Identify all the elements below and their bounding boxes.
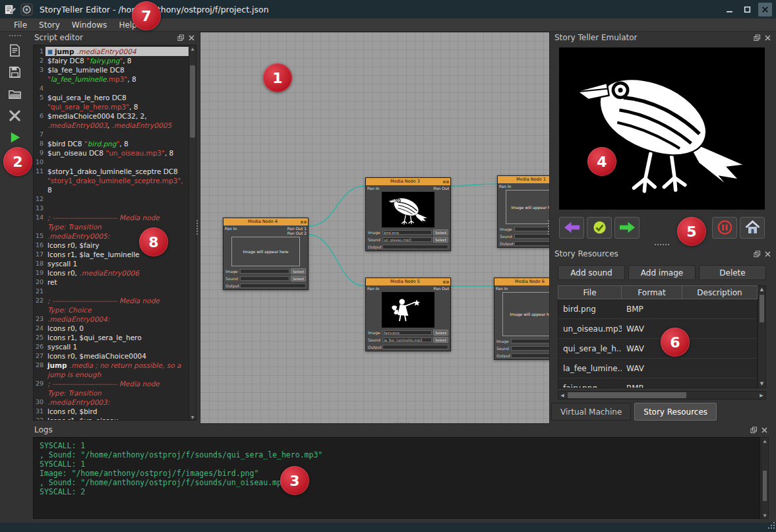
close-project-button[interactable] (6, 107, 24, 125)
add-sound-button[interactable]: Add sound (558, 265, 625, 280)
node-port-in[interactable]: Pan In (496, 286, 508, 291)
graph-node-n3[interactable]: Media Node 3Pan InPan Out Imagebird.pngS… (365, 177, 451, 251)
float-dock-icon[interactable] (754, 34, 761, 42)
graph-node-n4[interactable]: Media Node 4Pan InPan Out 1Pan Out 2Imag… (223, 218, 309, 290)
float-dock-icon[interactable] (750, 427, 758, 434)
script-line[interactable]: 29; -------------------------- Media nod… (34, 379, 189, 388)
script-line[interactable]: 21 (34, 287, 189, 296)
node-port-out[interactable]: Pan Out (433, 186, 449, 191)
graph-node-n5[interactable]: Media Node 5Pan InPan Out Imagefairy.png… (365, 278, 451, 351)
table-row[interactable]: qui_sera_le_h...WAV (558, 339, 757, 359)
add-image-button[interactable]: Add image (628, 265, 696, 280)
back-button[interactable] (559, 217, 584, 239)
node-sound-select-button[interactable]: Select (433, 337, 448, 343)
close-button[interactable] (758, 3, 772, 16)
script-line[interactable]: Type: Transition (34, 222, 189, 231)
table-row[interactable]: un_oiseau.mp3WAV (558, 319, 757, 339)
graph-node-n1[interactable]: Media Node 1Pan InPan OutImage will appe… (497, 175, 550, 248)
script-line[interactable]: 12 (34, 194, 189, 204)
open-button[interactable] (6, 85, 24, 103)
table-row[interactable]: fairy.pngBMP (558, 378, 757, 388)
logs-scrollbar[interactable]: ▲ ▼ (761, 437, 769, 519)
toolbar-drag-handle[interactable] (9, 35, 21, 36)
script-line[interactable]: "story1_drako_luminelle_sceptre.mp3", (34, 176, 189, 185)
menu-item-story[interactable]: Story (33, 20, 66, 30)
minimize-button[interactable] (723, 3, 736, 16)
table-row[interactable]: la_fee_lumine...WAV (558, 359, 757, 378)
script-line[interactable]: 14; -------------------------- Media nod… (34, 213, 189, 222)
node-sound-select-button[interactable]: Select (433, 237, 448, 243)
node-close-icon[interactable] (304, 221, 307, 223)
scroll-up-icon[interactable]: ▲ (758, 286, 765, 293)
float-dock-icon[interactable] (754, 251, 761, 258)
close-dock-icon[interactable] (764, 251, 771, 258)
node-graph-canvas[interactable]: Media Node 4Pan InPan Out 1Pan Out 2Imag… (200, 32, 550, 424)
script-editor[interactable]: 1jump .mediaEntry00042$fairy DC8 "fairy.… (33, 45, 196, 421)
script-line[interactable]: Type: Choice (34, 305, 189, 314)
scroll-thumb[interactable] (760, 295, 764, 322)
script-line[interactable]: 24lcons r0, 0 (34, 324, 189, 333)
column-header-format[interactable]: Format (622, 286, 682, 299)
delete-button[interactable]: Delete (699, 265, 766, 280)
node-titlebar[interactable]: Media Node 6 (494, 278, 550, 285)
script-line[interactable]: 9$un_oiseau DC8 "un_oiseau.mp3", 8 (34, 148, 189, 158)
script-line[interactable]: 8 (34, 185, 189, 194)
node-image-select-button[interactable]: Select (433, 229, 448, 235)
node-image-select-button[interactable]: Select (433, 330, 448, 336)
node-minimize-icon[interactable] (443, 181, 446, 183)
next-button[interactable] (614, 217, 640, 239)
menu-item-file[interactable]: File (8, 20, 33, 30)
scroll-thumb[interactable] (190, 65, 195, 138)
script-line[interactable]: 26syscall 1 (34, 342, 189, 351)
script-line[interactable]: 1jump .mediaEntry0004 (34, 47, 189, 56)
node-port-in[interactable]: Pan In (499, 184, 511, 189)
script-line[interactable]: 23.mediaEntry0004: (34, 314, 189, 324)
scroll-down-icon[interactable]: ▼ (189, 415, 196, 419)
node-port-out[interactable]: Pan Out (433, 286, 449, 291)
script-line[interactable]: 4 (34, 84, 189, 93)
script-line[interactable]: 3$la_fee_luminelle DC8 (34, 65, 189, 74)
table-row[interactable]: bird.pngBMP (558, 299, 757, 319)
script-line[interactable]: 11$story1_drako_luminelle_sceptre DC8 (34, 167, 189, 176)
splitter-handle[interactable] (395, 422, 409, 423)
column-header-file[interactable]: File (558, 286, 622, 299)
menu-item-windows[interactable]: Windows (66, 20, 113, 30)
scroll-thumb[interactable] (763, 471, 767, 501)
node-sound-select-button[interactable]: Select (291, 276, 306, 281)
home-button[interactable] (740, 217, 765, 239)
splitter-handle[interactable] (655, 244, 669, 245)
new-script-button[interactable] (6, 42, 24, 59)
column-header-description[interactable]: Description (682, 286, 757, 299)
script-line[interactable]: 19lcons r0, .mediaEntry0006 (34, 268, 189, 278)
script-line[interactable]: Type: Transition (34, 388, 189, 398)
close-dock-icon[interactable] (764, 34, 771, 42)
splitter-handle[interactable] (196, 220, 198, 235)
table-hscrollbar[interactable]: ◀ ▶ (558, 391, 766, 399)
scroll-up-icon[interactable]: ▲ (189, 46, 196, 51)
node-image-select-button[interactable]: Select (291, 268, 306, 274)
script-line[interactable]: 2$fairy DC8 "fairy.png", 8 (34, 56, 189, 65)
node-port-out[interactable]: Pan Out 1 (287, 226, 307, 231)
script-line[interactable]: 22; -------------------------- Media nod… (34, 296, 189, 305)
node-close-icon[interactable] (446, 181, 449, 183)
tab-virtual-machine[interactable]: Virtual Machine (551, 403, 631, 421)
node-minimize-icon[interactable] (443, 281, 446, 283)
table-scrollbar[interactable]: ▲ ▼ (758, 285, 766, 388)
script-line[interactable]: 31lcons r0, $bird (34, 407, 189, 416)
scroll-left-icon[interactable]: ◀ (558, 393, 566, 398)
run-button[interactable] (6, 129, 24, 146)
node-port-in[interactable]: Pan In (367, 186, 379, 191)
script-line[interactable]: 27lcons r0, $mediaChoice0004 (34, 351, 189, 361)
pause-button[interactable] (712, 217, 737, 239)
graph-node-n6[interactable]: Media Node 6Pan InPan OutImage will appe… (494, 278, 550, 360)
scroll-down-icon[interactable]: ▼ (761, 513, 768, 517)
script-line[interactable]: 32lcons r1, $un_oiseau (34, 416, 189, 420)
tab-story-resources[interactable]: Story Resources (634, 403, 717, 421)
node-titlebar[interactable]: Media Node 1 (498, 176, 550, 183)
script-line[interactable]: 30.mediaEntry0003: (34, 398, 189, 407)
script-line[interactable]: 28jump .media ; no return possible, so a (34, 361, 189, 370)
resize-grip[interactable] (771, 525, 772, 526)
node-titlebar[interactable]: Media Node 5 (366, 278, 450, 285)
node-port-in[interactable]: Pan In (367, 286, 379, 291)
script-line[interactable]: 8$bird DC8 "bird.png", 8 (34, 139, 189, 148)
